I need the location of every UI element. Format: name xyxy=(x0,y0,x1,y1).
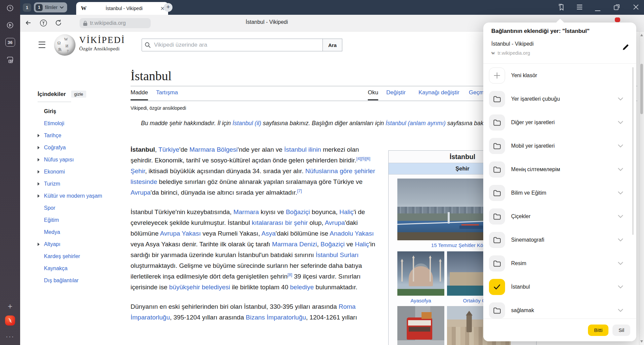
active-tab[interactable]: W İstanbul - Vikipedi ✕ xyxy=(76,2,168,15)
play-sessions-icon[interactable] xyxy=(0,20,20,31)
chevron-down-icon[interactable] xyxy=(617,119,624,126)
tab-oku[interactable]: Oku xyxy=(368,89,378,100)
toc-expand-icon[interactable] xyxy=(38,243,44,246)
wikipedia-globe-logo[interactable]: Ω W И 7 魚 xyxy=(54,34,76,56)
history-icon[interactable] xyxy=(0,3,20,13)
folder-row[interactable]: Resim xyxy=(483,252,636,275)
folder-label: Mobil yer işaretleri xyxy=(511,143,617,149)
toc-item[interactable]: Turizm xyxy=(38,178,118,190)
ayasofya-caption[interactable]: Ayasofya xyxy=(397,298,444,303)
chevron-down-icon[interactable] xyxy=(617,190,624,196)
edit-bookmark-icon[interactable] xyxy=(622,43,630,52)
folder-row[interactable]: Sinematografi xyxy=(483,228,636,252)
scrollbar-thumb[interactable] xyxy=(640,64,643,114)
scroll-down-arrow[interactable] xyxy=(640,340,643,343)
tab-group-inner-count: 1 xyxy=(36,4,43,11)
toc-item[interactable]: Kültür ve modern yaşam xyxy=(38,190,118,202)
folder-row[interactable]: sağlamak xyxy=(483,299,636,318)
chevron-down-icon[interactable] xyxy=(617,260,624,266)
toc-item[interactable]: Altyapı xyxy=(38,238,118,250)
folder-row[interactable]: Çiçekler xyxy=(483,205,636,228)
toc-item[interactable]: Kardeş şehirler xyxy=(38,250,118,262)
folder-row[interactable]: Yeni klasör xyxy=(483,64,636,87)
folder-icon xyxy=(493,95,501,103)
scroll-up-arrow[interactable] xyxy=(640,34,643,36)
toc-expand-icon[interactable] xyxy=(38,146,44,149)
tab-madde[interactable]: Madde xyxy=(131,89,148,100)
new-tab-button[interactable]: + xyxy=(164,3,172,12)
hagia-sophia-photo[interactable] xyxy=(397,251,444,296)
folder-label: Bilim ve Eğitim xyxy=(511,190,617,196)
chevron-down-icon[interactable] xyxy=(617,213,624,219)
toc-item[interactable]: Dış bağlantılar xyxy=(38,275,118,287)
chevron-down-icon[interactable] xyxy=(617,166,624,172)
plus-icon xyxy=(493,71,501,80)
search-input[interactable] xyxy=(153,41,320,49)
tab-degistir[interactable]: Değiştir xyxy=(386,89,406,99)
wiki-menu-icon[interactable] xyxy=(39,42,45,48)
tab-tartisma[interactable]: Tartışma xyxy=(156,89,178,99)
folder-row[interactable]: Mobil yer işaretleri xyxy=(483,134,636,158)
nostalgic-tram-photo[interactable] xyxy=(397,306,444,345)
back-icon[interactable] xyxy=(24,19,32,28)
folder-row[interactable]: Bilim ve Eğitim xyxy=(483,181,636,205)
wiki-search-box[interactable] xyxy=(142,39,323,51)
search-submit-button[interactable]: Ara xyxy=(323,39,342,51)
folder-label: Sinematografi xyxy=(511,237,617,243)
toc-expand-icon[interactable] xyxy=(38,170,44,174)
toc-item[interactable]: Nüfus yapısı xyxy=(38,154,118,166)
folder-row[interactable]: İstanbul xyxy=(483,275,636,299)
toc-item[interactable]: Medya xyxy=(38,226,118,238)
notification-badge[interactable] xyxy=(615,17,620,22)
check-icon xyxy=(492,282,502,292)
toc-expand-icon[interactable] xyxy=(38,158,44,161)
toc-item[interactable]: Spor xyxy=(38,202,118,214)
folder-icon-box xyxy=(489,91,505,107)
tab-kaynagi-degistir[interactable]: Kaynağı değiştir xyxy=(418,89,459,99)
chevron-down-icon[interactable] xyxy=(617,237,624,243)
tableau-speed-badge[interactable]: 36 xyxy=(0,37,20,48)
wikipedia-wordmark[interactable]: VİKİPEDİ Özgür Ansiklopedi xyxy=(79,35,125,52)
popup-footer: Bitti Sil xyxy=(483,318,636,341)
toc-item[interactable]: Ekonomi xyxy=(38,166,118,178)
toc-item[interactable]: Eğitim xyxy=(38,214,118,226)
popup-scrollbar-thumb[interactable] xyxy=(632,67,634,235)
bookmarks-panel-icon[interactable] xyxy=(557,3,565,13)
titlebar: 1 1 filmler W İstanbul - Vikipedi ✕ + xyxy=(20,0,644,15)
url-bar[interactable]: tr.wikipedia.org xyxy=(80,18,151,28)
yandex-search-icon[interactable] xyxy=(39,19,48,29)
chevron-down-icon[interactable] xyxy=(617,307,624,313)
yandex-browser-logo[interactable] xyxy=(0,315,20,326)
chevron-down-icon[interactable] xyxy=(617,143,624,149)
folder-row[interactable]: Diğer yer işaretleri xyxy=(483,111,636,134)
close-button[interactable] xyxy=(633,4,639,11)
tab-group-count-badge[interactable]: 1 xyxy=(23,3,31,12)
sidebar-more-icon[interactable]: ··· xyxy=(0,332,20,340)
chevron-down-icon[interactable] xyxy=(617,284,624,290)
minimize-button[interactable] xyxy=(595,7,601,13)
toc-item[interactable]: Giriş xyxy=(38,105,118,117)
delete-button[interactable]: Sil xyxy=(612,325,630,336)
toc-item[interactable]: Kaynakça xyxy=(38,262,118,275)
toc-expand-icon[interactable] xyxy=(38,134,44,137)
chevron-down-icon[interactable] xyxy=(617,96,624,102)
folder-row[interactable]: Менің сілтемелерім xyxy=(483,158,636,181)
sidebar-add-icon[interactable]: + xyxy=(0,301,20,311)
screenshot-icon[interactable] xyxy=(0,54,20,65)
page-scrollbar[interactable] xyxy=(639,32,644,345)
toc-hide-button[interactable]: gizle xyxy=(71,91,86,98)
toc-item[interactable]: Tarihçe xyxy=(38,130,118,142)
folder-row[interactable]: Yer işaretleri çubuğu xyxy=(483,87,636,111)
restore-button[interactable] xyxy=(613,4,620,12)
tab-group-label: filmler xyxy=(45,5,57,10)
menu-icon[interactable] xyxy=(576,4,583,11)
folder-icon xyxy=(493,142,501,150)
tab-group-pill[interactable]: 1 filmler xyxy=(34,2,67,12)
toc-expand-icon[interactable] xyxy=(38,194,44,198)
wiki-logo-title: VİKİPEDİ xyxy=(79,35,125,45)
toc-expand-icon[interactable] xyxy=(38,182,44,186)
toc-item[interactable]: Coğrafya xyxy=(38,142,118,154)
done-button[interactable]: Bitti xyxy=(588,325,608,336)
reload-icon[interactable] xyxy=(54,19,62,28)
toc-item[interactable]: Etimoloji xyxy=(38,117,118,130)
